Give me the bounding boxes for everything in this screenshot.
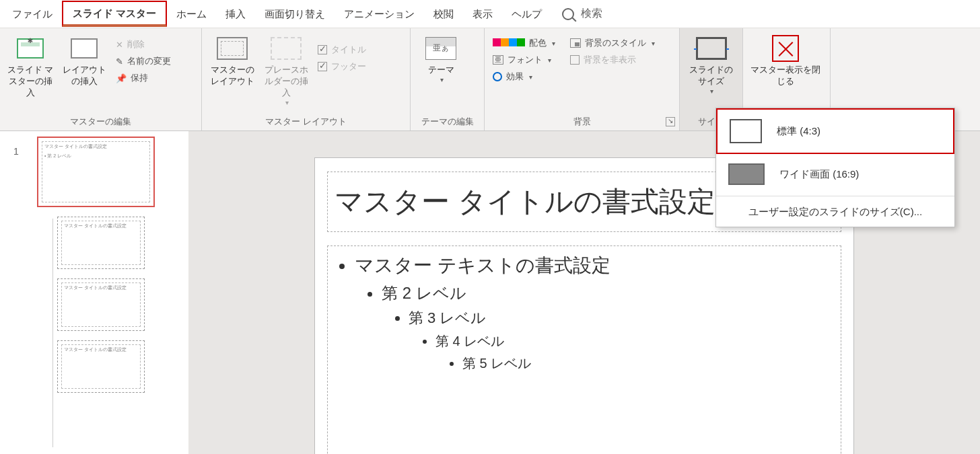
theme-button[interactable]: テーマ▾ [416,32,466,83]
effects-button[interactable]: 効果▾ [490,69,558,85]
fonts-button[interactable]: 亜フォント▾ [490,52,558,68]
insert-slide-master-button[interactable]: ＊ スライド マスターの挿入 [5,32,55,99]
bg-style-icon [570,38,581,48]
checkbox-icon [570,55,580,65]
tab-animation[interactable]: アニメーション [335,1,424,26]
layout-thumbnail[interactable]: マスター タイトルの書式設定 [57,278,145,331]
checkbox-icon [318,45,327,54]
tab-help[interactable]: ヘルプ [502,1,551,26]
layout-icon [71,38,98,59]
group-master-layout: マスターのレイアウト プレースホルダーの挿入▾ タイトル フッター マスター レ… [202,28,411,130]
checkbox-icon [318,62,327,71]
close-master-button[interactable]: マスター表示を閉じる [748,32,823,87]
ratio-16-9-icon [728,163,765,185]
group-background: 配色▾ 亜フォント▾ 効果▾ 背景のスタイル▾ 背景を非表示 ↘ 背景 [485,28,680,130]
fonts-icon: 亜 [493,55,503,65]
slide-size-button[interactable]: スライドのサイズ▾ [685,32,737,95]
preserve-icon: 📌 [116,73,127,83]
tab-slide-master[interactable]: スライド マスター [62,1,167,27]
delete-button[interactable]: ✕削除 [113,36,174,52]
slide-size-dropdown: 標準 (4:3) ワイド画面 (16:9) ユーザー設定のスライドのサイズ(C)… [715,108,955,227]
tab-view[interactable]: 表示 [463,1,502,26]
layout-thumbnail[interactable]: マスター タイトルの書式設定 [57,340,145,393]
footer-checkbox[interactable]: フッター [315,59,369,75]
rename-button[interactable]: ✎名前の変更 [113,53,174,69]
delete-icon: ✕ [116,40,123,50]
tab-file[interactable]: ファイル [3,1,62,26]
slide-thumbnail-panel[interactable]: 1 マスター タイトルの書式設定 • 第 2 レベル マスター タイトルの書式設… [0,131,188,454]
group-label-master-layout: マスター レイアウト [207,113,405,130]
custom-slide-size-option[interactable]: ユーザー設定のスライドのサイズ(C)... [716,198,954,227]
master-layout-button[interactable]: マスターのレイアウト [207,32,257,87]
rename-icon: ✎ [116,56,123,67]
title-checkbox[interactable]: タイトル [315,42,369,58]
tab-insert[interactable]: 挿入 [216,1,255,26]
colors-icon [493,38,525,48]
search-placeholder: 検索 [581,7,602,21]
effects-icon [493,72,502,81]
chevron-down-icon: ▾ [552,40,555,47]
group-edit-theme: テーマ▾ テーマの編集 [411,28,485,130]
ratio-4-3-icon [730,119,762,143]
insert-layout-button[interactable]: レイアウトの挿入 [59,32,109,87]
chevron-down-icon: ▾ [285,99,289,106]
bg-styles-button[interactable]: 背景のスタイル▾ [567,35,658,51]
group-label-edit-theme: テーマの編集 [416,113,479,130]
placeholder-icon [271,37,302,60]
chevron-down-icon: ▾ [529,73,532,81]
chevron-down-icon: ▾ [710,87,713,95]
group-label-edit-master: マスターの編集 [5,113,196,130]
preserve-button[interactable]: 📌保持 [113,70,174,86]
tab-review[interactable]: 校閲 [424,1,463,26]
layout-thumbnail[interactable]: マスター タイトルの書式設定 [57,217,145,269]
insert-placeholder-button[interactable]: プレースホルダーの挿入▾ [261,32,311,106]
hide-bg-checkbox[interactable]: 背景を非表示 [567,52,658,68]
search-box[interactable]: 検索 [555,7,602,21]
separator [716,196,954,196]
theme-icon [425,37,456,60]
body-placeholder[interactable]: マスター テキストの書式設定 第 2 レベル 第 3 レベル 第 4 レベル 第… [327,245,841,454]
size-standard-option[interactable]: 標準 (4:3) [716,108,954,154]
group-edit-master: ＊ スライド マスターの挿入 レイアウトの挿入 ✕削除 ✎名前の変更 📌保持 マ… [0,28,202,130]
master-thumbnail[interactable]: マスター タイトルの書式設定 • 第 2 レベル [37,137,155,207]
chevron-down-icon: ▾ [440,76,444,83]
search-icon [562,8,574,20]
slide-number: 1 [13,146,19,157]
size-widescreen-option[interactable]: ワイド画面 (16:9) [716,154,954,194]
tab-home[interactable]: ホーム [167,1,216,26]
group-label-background: 背景 [490,113,674,130]
ribbon-tabs: ファイル スライド マスター ホーム 挿入 画面切り替え アニメーション 校閲 … [0,0,980,28]
colors-button[interactable]: 配色▾ [490,35,558,51]
close-icon [772,35,799,62]
slide-master-icon: ＊ [17,38,44,59]
background-dialog-launcher[interactable]: ↘ [666,117,675,126]
slide-size-icon [696,37,727,60]
chevron-down-icon: ▾ [652,40,655,47]
tab-transition[interactable]: 画面切り替え [255,1,335,26]
master-layout-icon [217,37,248,60]
chevron-down-icon: ▾ [548,56,551,64]
